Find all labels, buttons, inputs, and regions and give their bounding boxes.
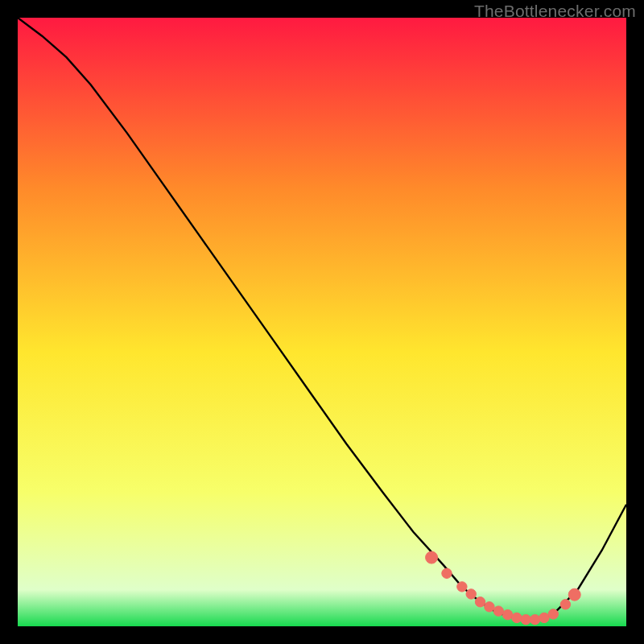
curve-marker — [512, 613, 522, 622]
curve-marker — [521, 614, 530, 624]
curve-marker — [485, 602, 494, 612]
curve-marker — [493, 606, 503, 616]
chart-stage: TheBottlenecker.com — [0, 0, 644, 644]
curve-marker — [539, 613, 549, 622]
curve-marker — [457, 582, 467, 592]
curve-marker — [560, 600, 570, 609]
curve-marker — [502, 609, 512, 619]
curve-marker — [530, 614, 539, 624]
curve-marker — [466, 589, 476, 599]
curve-marker — [442, 568, 452, 578]
curve-marker — [475, 597, 485, 607]
curve-marker — [548, 609, 558, 619]
watermark-label: TheBottlenecker.com — [474, 2, 636, 21]
bottleneck-chart — [18, 18, 626, 626]
curve-marker — [426, 551, 438, 564]
curve-marker — [568, 588, 580, 601]
